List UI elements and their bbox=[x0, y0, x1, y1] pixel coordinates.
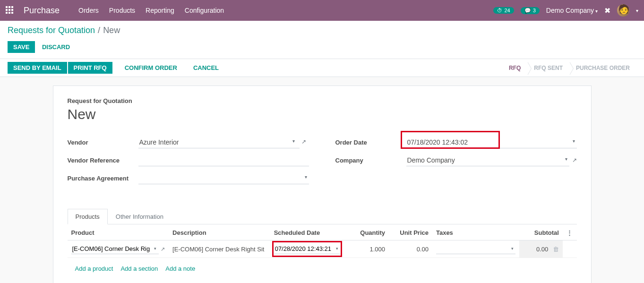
table-row: ▾ ↗ [E-COM06] Corner Desk Right Sit ▾ bbox=[68, 240, 577, 258]
tab-other-info[interactable]: Other Information bbox=[108, 209, 172, 224]
subheader: Requests for Quotation / New SAVE DISCAR… bbox=[0, 21, 644, 59]
step-rfq[interactable]: RFQ bbox=[502, 62, 527, 74]
sheet-wrap: Request for Quotation New Vendor ▾ ↗ Ven… bbox=[0, 77, 644, 283]
status-steps: RFQ RFQ SENT PURCHASE ORDER bbox=[502, 62, 636, 74]
clock-icon: ⏱ bbox=[497, 8, 502, 13]
nav-reporting[interactable]: Reporting bbox=[146, 7, 174, 14]
save-button[interactable]: SAVE bbox=[8, 41, 35, 53]
vendor-input[interactable] bbox=[138, 137, 300, 148]
row-scheduled-input[interactable] bbox=[274, 244, 340, 254]
company-selector[interactable]: Demo Company bbox=[546, 7, 598, 14]
breadcrumb: Requests for Quotation / New bbox=[8, 26, 636, 35]
discard-button[interactable]: DISCARD bbox=[37, 41, 75, 53]
nav-links: Orders Products Reporting Configuration bbox=[78, 7, 224, 14]
th-quantity: Quantity bbox=[345, 224, 389, 240]
form-subtitle: Request for Quotation bbox=[68, 97, 577, 104]
form-title: New bbox=[68, 106, 577, 122]
breadcrumb-current: New bbox=[103, 26, 120, 35]
order-date-input[interactable] bbox=[406, 137, 577, 148]
th-description: Description bbox=[169, 224, 270, 240]
form-sheet: Request for Quotation New Vendor ▾ ↗ Ven… bbox=[53, 86, 592, 283]
row-taxes-input[interactable] bbox=[436, 244, 515, 254]
nav-orders[interactable]: Orders bbox=[78, 7, 99, 14]
debug-icon[interactable]: ✖ bbox=[604, 6, 610, 15]
form-col-right: Order Date ▾ Company ▾ ↗ bbox=[335, 136, 577, 189]
trash-icon[interactable]: 🗑 bbox=[553, 246, 559, 253]
form-grid: Vendor ▾ ↗ Vendor Reference Purchase Agr… bbox=[68, 136, 577, 189]
company-input[interactable] bbox=[406, 154, 569, 166]
action-bar: SEND BY EMAIL PRINT RFQ CONFIRM ORDER CA… bbox=[0, 59, 644, 77]
tab-products[interactable]: Products bbox=[68, 209, 108, 224]
add-section-link[interactable]: Add a section bbox=[120, 265, 158, 272]
row-unit-price[interactable]: 0.00 bbox=[389, 240, 432, 258]
step-purchase-order[interactable]: PURCHASE ORDER bbox=[569, 62, 636, 74]
row-subtotal: 0.00 bbox=[536, 246, 548, 253]
confirm-order-button[interactable]: CONFIRM ORDER bbox=[120, 62, 182, 74]
th-subtotal: Subtotal bbox=[519, 224, 563, 240]
agreement-input[interactable] bbox=[138, 172, 309, 184]
products-table: Product Description Scheduled Date Quant… bbox=[68, 224, 577, 279]
breadcrumb-sep: / bbox=[98, 26, 100, 35]
label-order-date: Order Date bbox=[335, 139, 406, 146]
cancel-button[interactable]: CANCEL bbox=[189, 62, 223, 74]
add-links: Add a product Add a section Add a note bbox=[71, 261, 573, 276]
tabs: Products Other Information bbox=[68, 208, 577, 224]
add-note-link[interactable]: Add a note bbox=[165, 265, 195, 272]
label-agreement: Purchase Agreement bbox=[68, 175, 138, 182]
label-vendor-ref: Vendor Reference bbox=[68, 157, 138, 164]
th-scheduled: Scheduled Date bbox=[270, 224, 345, 240]
external-link-icon[interactable]: ↗ bbox=[161, 246, 165, 252]
form-col-left: Vendor ▾ ↗ Vendor Reference Purchase Agr… bbox=[68, 136, 309, 189]
print-rfq-button[interactable]: PRINT RFQ bbox=[68, 62, 112, 74]
activity-count: 24 bbox=[504, 8, 510, 13]
user-caret-icon[interactable]: ▾ bbox=[636, 8, 638, 13]
breadcrumb-parent[interactable]: Requests for Quotation bbox=[8, 26, 95, 35]
label-vendor: Vendor bbox=[68, 139, 138, 146]
row-description[interactable]: [E-COM06] Corner Desk Right Sit bbox=[169, 240, 270, 258]
app-title[interactable]: Purchase bbox=[24, 6, 60, 16]
send-email-button[interactable]: SEND BY EMAIL bbox=[8, 62, 67, 74]
label-company: Company bbox=[335, 157, 406, 164]
nav-products[interactable]: Products bbox=[109, 7, 135, 14]
add-product-link[interactable]: Add a product bbox=[75, 265, 113, 272]
user-avatar[interactable] bbox=[617, 4, 629, 17]
th-taxes: Taxes bbox=[432, 224, 519, 240]
external-link-icon[interactable]: ↗ bbox=[301, 138, 306, 145]
nav-configuration[interactable]: Configuration bbox=[185, 7, 224, 14]
th-product: Product bbox=[68, 224, 169, 240]
external-link-icon[interactable]: ↗ bbox=[572, 157, 577, 163]
messages-count: 3 bbox=[533, 8, 536, 13]
chat-icon: 💬 bbox=[524, 8, 531, 14]
nav-right: ⏱ 24 💬 3 Demo Company ✖ ▾ bbox=[493, 4, 638, 17]
row-product-input[interactable] bbox=[71, 244, 159, 254]
th-kebab-icon[interactable]: ⋮ bbox=[563, 224, 577, 240]
th-unit-price: Unit Price bbox=[389, 224, 432, 240]
messages-badge[interactable]: 💬 3 bbox=[521, 7, 540, 14]
row-quantity[interactable]: 1.000 bbox=[345, 240, 389, 258]
step-rfq-sent[interactable]: RFQ SENT bbox=[527, 62, 569, 74]
apps-icon[interactable] bbox=[6, 6, 14, 15]
top-navbar: Purchase Orders Products Reporting Confi… bbox=[0, 0, 644, 21]
activity-badge[interactable]: ⏱ 24 bbox=[493, 7, 514, 14]
vendor-ref-input[interactable] bbox=[138, 154, 309, 166]
